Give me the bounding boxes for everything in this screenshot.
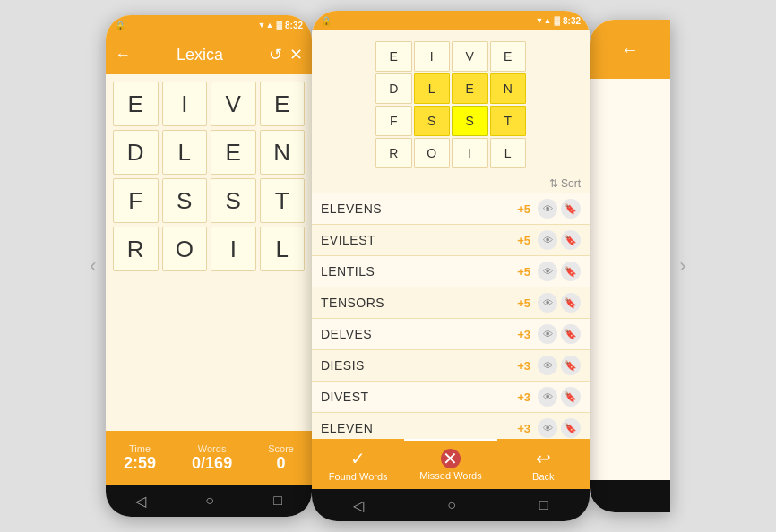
tab-item-back[interactable]: ↩ Back: [497, 439, 590, 489]
nav-home-left[interactable]: ○: [205, 493, 214, 509]
mini-grid-cell: E: [452, 73, 488, 104]
stat-score: Score 0: [268, 443, 294, 473]
word-bookmark-btn[interactable]: 🔖: [561, 230, 581, 250]
time-left: 8:32: [285, 21, 303, 30]
tab-label: Back: [532, 471, 554, 482]
word-row[interactable]: EVILEST +5 👁 🔖: [312, 225, 590, 256]
word-row[interactable]: DIESIS +3 👁 🔖: [312, 350, 590, 382]
grid-cell[interactable]: I: [211, 227, 256, 271]
word-row[interactable]: ELEVENS +5 👁 🔖: [312, 193, 590, 225]
word-actions: 👁 🔖: [538, 356, 581, 375]
word-text: LENTILS: [321, 264, 517, 279]
word-row[interactable]: TENSORS +5 👁 🔖: [312, 287, 590, 319]
mini-grid-cell: S: [414, 106, 451, 136]
word-score: +5: [517, 265, 530, 279]
grid-cell[interactable]: O: [162, 227, 208, 271]
grid-cell[interactable]: T: [260, 178, 306, 223]
app-title: Lexica: [131, 46, 269, 64]
back-button-left[interactable]: ←: [115, 46, 131, 64]
word-row[interactable]: DELVES +3 👁 🔖: [312, 319, 590, 350]
grid-cell[interactable]: L: [162, 130, 208, 175]
word-eye-btn[interactable]: 👁: [538, 262, 557, 281]
word-score: +5: [517, 296, 530, 310]
word-actions: 👁 🔖: [538, 293, 581, 313]
grid-cell[interactable]: L: [260, 227, 306, 271]
word-eye-btn[interactable]: 👁: [538, 199, 557, 219]
word-actions: 👁 🔖: [538, 199, 581, 219]
grid-cell[interactable]: S: [162, 178, 208, 223]
word-bookmark-btn[interactable]: 🔖: [561, 199, 581, 219]
grid-cell[interactable]: V: [211, 82, 256, 126]
grid-cell[interactable]: E: [211, 130, 256, 175]
stats-bar: Time 2:59 Words 0/169 Score 0: [106, 431, 312, 485]
missed-words-icon: ✕: [441, 449, 461, 468]
grid-cell[interactable]: R: [113, 227, 159, 271]
nav-back-middle[interactable]: ◁: [353, 497, 364, 514]
word-row[interactable]: ELEVEN +3 👁 🔖: [312, 413, 590, 439]
mini-letter-grid: EIVEDLENFSSTROIL: [370, 36, 531, 174]
grid-cell[interactable]: D: [113, 130, 159, 175]
close-button[interactable]: ✕: [289, 45, 303, 64]
tab-label: Found Words: [329, 471, 388, 482]
word-list-header: ⇅ Sort: [312, 174, 590, 193]
word-text: DIVEST: [321, 390, 517, 404]
word-eye-btn[interactable]: 👁: [538, 418, 557, 438]
word-row[interactable]: DIVEST +3 👁 🔖: [312, 382, 590, 413]
left-arrow[interactable]: ‹: [81, 11, 106, 521]
nav-home-middle[interactable]: ○: [447, 497, 456, 513]
right-phone-header: ←: [590, 20, 670, 79]
word-bookmark-btn[interactable]: 🔖: [561, 262, 581, 281]
word-bookmark-btn[interactable]: 🔖: [561, 418, 581, 438]
sort-button[interactable]: ⇅ Sort: [549, 177, 581, 190]
nav-square-left[interactable]: □: [273, 493, 282, 509]
word-row[interactable]: LENTILS +5 👁 🔖: [312, 256, 590, 287]
sort-icon: ⇅: [549, 177, 558, 190]
word-eye-btn[interactable]: 👁: [538, 387, 557, 407]
word-eye-btn[interactable]: 👁: [538, 324, 557, 344]
score-label: Score: [268, 443, 294, 454]
word-eye-btn[interactable]: 👁: [538, 293, 557, 313]
time-middle: 8:32: [563, 16, 581, 26]
mini-grid-cell: N: [490, 73, 527, 104]
signal-icon-middle: ▼▲: [536, 16, 552, 25]
grid-cell[interactable]: E: [113, 82, 159, 126]
tab-item-found-words[interactable]: ✓ Found Words: [312, 439, 404, 489]
word-bookmark-btn[interactable]: 🔖: [561, 293, 581, 313]
word-text: TENSORS: [321, 296, 517, 310]
status-camera-middle: 🔒: [321, 16, 332, 26]
nav-square-middle[interactable]: □: [539, 497, 548, 513]
grid-cell[interactable]: E: [260, 82, 306, 126]
wifi-icon-left: ▓: [276, 21, 282, 30]
refresh-button[interactable]: ↺: [269, 45, 282, 64]
words-value: 0/169: [192, 454, 232, 473]
grid-cell[interactable]: S: [211, 178, 256, 223]
right-arrow[interactable]: ›: [670, 11, 695, 521]
word-score: +5: [517, 202, 530, 216]
wifi-icon-middle: ▓: [554, 16, 560, 25]
grid-cell[interactable]: I: [162, 82, 208, 126]
word-score: +3: [517, 422, 530, 435]
tab-item-missed-words[interactable]: ✕ Missed Words: [404, 439, 496, 489]
word-bookmark-btn[interactable]: 🔖: [561, 324, 581, 344]
grid-cell[interactable]: F: [113, 178, 159, 223]
word-bookmark-btn[interactable]: 🔖: [561, 387, 581, 407]
nav-back-left[interactable]: ◁: [135, 493, 146, 510]
mini-grid-cell: F: [375, 106, 412, 136]
signal-icon-left: ▼▲: [258, 21, 274, 30]
time-label: Time: [124, 443, 156, 454]
score-value: 0: [268, 454, 294, 473]
word-actions: 👁 🔖: [538, 324, 581, 344]
word-eye-btn[interactable]: 👁: [538, 230, 557, 250]
word-eye-btn[interactable]: 👁: [538, 356, 557, 375]
stat-words: Words 0/169: [192, 443, 232, 473]
mini-grid-cell: E: [490, 41, 527, 72]
back-tab-icon: ↩: [536, 448, 551, 469]
nav-bar-right: [590, 480, 670, 512]
word-actions: 👁 🔖: [538, 230, 581, 250]
mini-grid-cell: D: [375, 73, 412, 104]
word-score: +3: [517, 359, 530, 373]
grid-cell[interactable]: N: [260, 130, 306, 175]
back-button-right[interactable]: ←: [621, 39, 639, 60]
found-words-icon: ✓: [350, 448, 366, 469]
word-bookmark-btn[interactable]: 🔖: [561, 356, 581, 375]
